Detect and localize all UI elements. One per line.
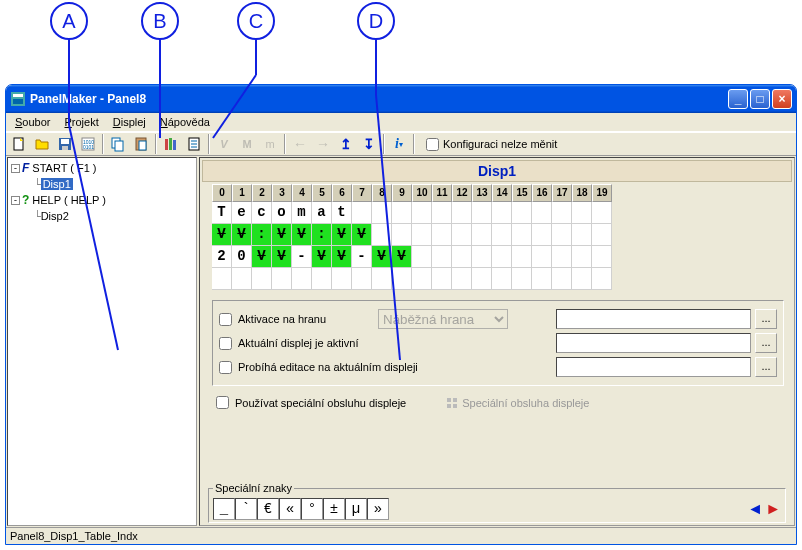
grid-cell[interactable]: V (212, 224, 232, 246)
active-value-input[interactable] (556, 333, 751, 353)
column-header[interactable]: 18 (572, 184, 592, 202)
grid-cell[interactable] (492, 246, 512, 268)
grid-cell[interactable] (452, 224, 472, 246)
paste-icon[interactable] (130, 133, 152, 155)
grid-cell[interactable] (472, 268, 492, 290)
tree-panel[interactable]: - F START ( F1 ) └ Disp1 - ? HELP ( HELP… (7, 157, 197, 526)
grid-cell[interactable] (332, 268, 352, 290)
grid-cell[interactable] (492, 268, 512, 290)
grid-cell[interactable] (372, 224, 392, 246)
special-char-cell[interactable]: µ (345, 498, 367, 520)
grid-cell[interactable] (232, 268, 252, 290)
grid-cell[interactable] (592, 246, 612, 268)
library-icon[interactable] (160, 133, 182, 155)
grid-cell[interactable] (452, 202, 472, 224)
grid-cell[interactable] (572, 268, 592, 290)
grid-cell[interactable]: - (352, 246, 372, 268)
grid-cell[interactable] (272, 268, 292, 290)
grid-cell[interactable] (372, 268, 392, 290)
grid-cell[interactable] (212, 268, 232, 290)
column-header[interactable]: 4 (292, 184, 312, 202)
tree-node-disp2[interactable]: └ Disp2 (10, 208, 194, 224)
grid-cell[interactable] (512, 246, 532, 268)
new-icon[interactable] (8, 133, 30, 155)
left-arrow-icon[interactable]: ◄ (747, 500, 763, 518)
grid-cell[interactable] (552, 246, 572, 268)
grid-cell[interactable]: V (252, 246, 272, 268)
grid-cell[interactable] (532, 268, 552, 290)
minimize-button[interactable]: _ (728, 89, 748, 109)
column-header[interactable]: 8 (372, 184, 392, 202)
grid-cell[interactable]: 0 (232, 246, 252, 268)
column-header[interactable]: 3 (272, 184, 292, 202)
special-char-cell[interactable]: ` (235, 498, 257, 520)
save-icon[interactable] (54, 133, 76, 155)
maximize-button[interactable]: □ (750, 89, 770, 109)
right-arrow-icon[interactable]: ► (765, 500, 781, 518)
special-char-cell[interactable]: ± (323, 498, 345, 520)
column-header[interactable]: 6 (332, 184, 352, 202)
open-icon[interactable] (31, 133, 53, 155)
grid-cell[interactable] (572, 202, 592, 224)
tree-node-disp1[interactable]: └ Disp1 (10, 176, 194, 192)
special-handler-checkbox[interactable] (216, 396, 229, 409)
special-char-cell[interactable]: ° (301, 498, 323, 520)
column-header[interactable]: 13 (472, 184, 492, 202)
grid-cell[interactable]: V (272, 224, 292, 246)
column-header[interactable]: 2 (252, 184, 272, 202)
down-icon[interactable]: ↧ (358, 133, 380, 155)
collapse-icon[interactable]: - (11, 164, 20, 173)
grid-cell[interactable]: 2 (212, 246, 232, 268)
grid-cell[interactable] (492, 224, 512, 246)
grid-cell[interactable]: V (272, 246, 292, 268)
grid-cell[interactable] (432, 224, 452, 246)
column-header[interactable]: 0 (212, 184, 232, 202)
grid-cell[interactable]: m (292, 202, 312, 224)
editing-checkbox[interactable] (219, 361, 232, 374)
tree-node-help[interactable]: - ? HELP ( HELP ) (10, 192, 194, 208)
special-char-cell[interactable]: » (367, 498, 389, 520)
grid-cell[interactable] (552, 224, 572, 246)
grid-cell[interactable]: V (312, 246, 332, 268)
menu-project[interactable]: Projekt (57, 114, 105, 130)
grid-cell[interactable] (472, 246, 492, 268)
grid-cell[interactable] (552, 202, 572, 224)
grid-cell[interactable] (512, 224, 532, 246)
grid-cell[interactable] (532, 224, 552, 246)
grid-cell[interactable] (552, 268, 572, 290)
column-header[interactable]: 1 (232, 184, 252, 202)
grid-cell[interactable] (412, 224, 432, 246)
column-header[interactable]: 12 (452, 184, 472, 202)
column-header[interactable]: 7 (352, 184, 372, 202)
display-grid[interactable]: 012345678910111213141516171819 TecomatVV… (212, 184, 792, 290)
active-display-checkbox[interactable] (219, 337, 232, 350)
grid-cell[interactable] (352, 202, 372, 224)
column-header[interactable]: 15 (512, 184, 532, 202)
grid-cell[interactable]: e (232, 202, 252, 224)
grid-cell[interactable]: V (372, 246, 392, 268)
grid-cell[interactable] (372, 202, 392, 224)
grid-cell[interactable] (592, 202, 612, 224)
column-header[interactable]: 19 (592, 184, 612, 202)
grid-cell[interactable] (392, 202, 412, 224)
config-lock-checkbox[interactable]: Konfiguraci nelze měnit (426, 138, 557, 151)
binary-icon[interactable]: 10100101 (77, 133, 99, 155)
grid-cell[interactable]: V (352, 224, 372, 246)
info-icon[interactable]: i▾ (388, 133, 410, 155)
grid-cell[interactable] (592, 224, 612, 246)
grid-cell[interactable] (572, 224, 592, 246)
grid-cell[interactable] (392, 268, 412, 290)
grid-cell[interactable]: T (212, 202, 232, 224)
grid-cell[interactable] (592, 268, 612, 290)
grid-cell[interactable] (472, 224, 492, 246)
grid-cell[interactable]: V (332, 246, 352, 268)
scroll-arrows[interactable]: ◄ ► (747, 500, 781, 518)
grid-cell[interactable] (512, 268, 532, 290)
titlebar[interactable]: PanelMaker - Panel8 _ □ × (6, 85, 796, 113)
grid-cell[interactable] (432, 246, 452, 268)
editing-browse-button[interactable]: ... (755, 357, 777, 377)
edge-value-input[interactable] (556, 309, 751, 329)
grid-cell[interactable] (532, 246, 552, 268)
grid-cell[interactable] (432, 202, 452, 224)
grid-cell[interactable] (312, 268, 332, 290)
